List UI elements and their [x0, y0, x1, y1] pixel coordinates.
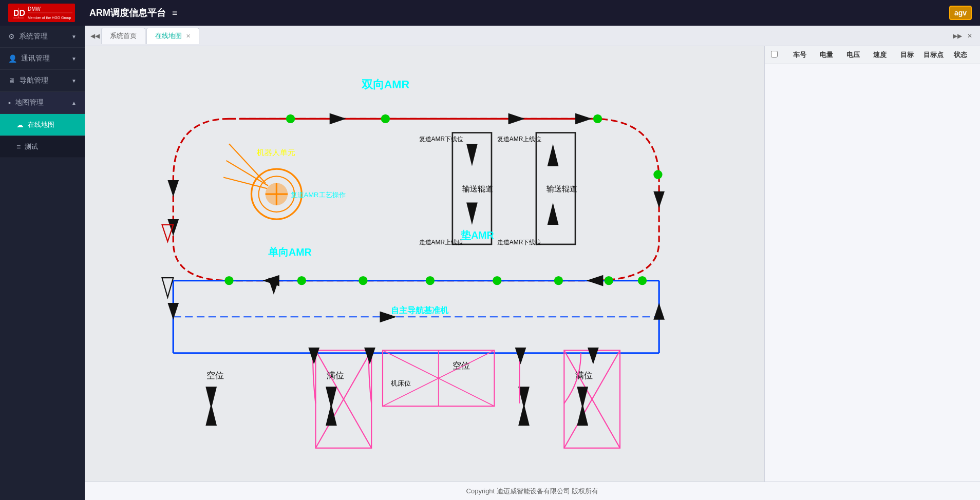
station-label-2: 复道AMR上线位 — [497, 136, 542, 143]
main-layout: ⚙ 系统管理 ▼ 👤 通讯管理 ▼ 🖥 导航管理 ▼ ▪ 地图管理 ▲ ☁ 在线… — [0, 26, 980, 500]
panel-header: 车号 电量 电压 速度 目标 目标点 状态 — [765, 46, 980, 64]
menu-icon[interactable]: ≡ — [172, 8, 178, 18]
navigation-arrow: ▼ — [71, 78, 77, 84]
content-area: ◀◀ 系统首页 在线地图 ✕ ▶▶ ✕ — [85, 26, 980, 500]
col-target: 目标 — [894, 50, 920, 60]
conveyor-left-label: 输送辊道 — [462, 184, 493, 193]
logo-area: DD DMW Member of the HGG Group — [8, 4, 75, 22]
footer-text: Copyright 迪迈威智能设备有限公司 版权所有 — [466, 487, 599, 496]
col-speed: 速度 — [866, 50, 893, 60]
logo-svg: DD DMW Member of the HGG Group — [8, 4, 75, 22]
tab-nav-right[interactable]: ▶▶ — [951, 30, 964, 42]
empty-pos-1: 空位 — [207, 370, 224, 380]
sidebar-label-navigation: 导航管理 — [20, 76, 48, 85]
sidebar: ⚙ 系统管理 ▼ 👤 通讯管理 ▼ 🖥 导航管理 ▼ ▪ 地图管理 ▲ ☁ 在线… — [0, 26, 85, 500]
tab-home-label: 系统首页 — [110, 31, 137, 41]
header: DD DMW Member of the HGG Group ARM调度信息平台… — [0, 0, 980, 26]
tabs-bar: ◀◀ 系统首页 在线地图 ✕ ▶▶ ✕ — [85, 26, 980, 46]
select-all-checkbox[interactable] — [771, 51, 778, 57]
sidebar-label-communication: 通讯管理 — [21, 54, 50, 63]
tab-nav-left[interactable]: ◀◀ — [89, 30, 101, 42]
map-svg: 双向AMR 单向AMR 机器人单元 — [85, 46, 764, 482]
navigation-icon: 🖥 — [8, 76, 15, 85]
sidebar-item-system[interactable]: ⚙ 系统管理 ▼ — [0, 26, 85, 48]
empty-pos-2: 空位 — [453, 360, 470, 371]
blue-dot-4 — [426, 276, 435, 285]
track-dot-2 — [381, 114, 390, 123]
blue-dot-1 — [224, 276, 233, 285]
track-dot-1 — [286, 114, 295, 123]
col-status: 状态 — [947, 50, 974, 60]
tabs-right: ▶▶ ✕ — [951, 30, 976, 42]
panel-data-area — [765, 64, 980, 482]
blue-dot-5 — [493, 276, 501, 285]
autonomous-label: 自主导航基准机 — [391, 305, 449, 315]
blue-dot-6 — [554, 276, 563, 285]
machine-pos-label: 机床位 — [391, 379, 411, 387]
svg-text:Member of the HGG Group: Member of the HGG Group — [28, 16, 71, 20]
sidebar-label-map: 地图管理 — [15, 98, 44, 107]
svg-text:DMW: DMW — [28, 6, 41, 12]
header-title: ARM调度信息平台 — [89, 7, 166, 19]
sidebar-label-system: 系统管理 — [19, 32, 48, 41]
system-arrow: ▼ — [71, 34, 77, 40]
tab-online-map[interactable]: 在线地图 ✕ — [146, 28, 199, 44]
sidebar-item-navigation[interactable]: 🖥 导航管理 ▼ — [0, 70, 85, 92]
sidebar-item-online-map[interactable]: ☁ 在线地图 — [0, 114, 85, 136]
svg-text:DD: DD — [13, 9, 25, 17]
tab-close-icon[interactable]: ✕ — [186, 33, 191, 40]
sidebar-submenu: ☁ 在线地图 ≡ 测试 — [0, 114, 85, 158]
full-pos-1: 满位 — [327, 370, 344, 380]
col-vehicle: 车号 — [786, 50, 813, 60]
conveyor-right-label: 输送辊道 — [546, 184, 577, 193]
track-dot-3 — [593, 114, 602, 123]
right-panel: 车号 电量 电压 速度 目标 目标点 状态 — [764, 46, 980, 482]
header-right: agv — [949, 6, 972, 20]
blue-dot-3 — [359, 276, 367, 285]
sidebar-item-communication[interactable]: 👤 通讯管理 ▼ — [0, 48, 85, 70]
single-amr-label: 单向AMR — [268, 246, 312, 258]
agv-logo: agv — [949, 6, 972, 20]
map-icon: ▪ — [8, 99, 11, 107]
map-canvas[interactable]: 双向AMR 单向AMR 机器人单元 — [85, 46, 764, 482]
sidebar-item-map[interactable]: ▪ 地图管理 ▲ — [0, 92, 85, 114]
header-checkbox-col — [771, 51, 786, 59]
system-icon: ⚙ — [8, 32, 15, 41]
sidebar-label-online-map: 在线地图 — [28, 120, 54, 129]
station-label-3: 走道AMR上线位 — [419, 239, 464, 246]
tab-home[interactable]: 系统首页 — [101, 28, 145, 44]
dual-amr-label: 双向AMR — [361, 78, 410, 91]
tab-close-all[interactable]: ✕ — [964, 30, 976, 42]
track-dot-4 — [653, 170, 662, 179]
sidebar-label-test: 测试 — [25, 142, 38, 151]
footer: Copyright 迪迈威智能设备有限公司 版权所有 — [85, 482, 980, 500]
col-voltage: 电压 — [840, 50, 866, 60]
amr-exchange-label: 复道AMR工艺操作 — [291, 191, 346, 199]
blue-dot-7 — [605, 276, 613, 285]
communication-arrow: ▼ — [71, 56, 77, 62]
col-target-point: 目标点 — [920, 50, 947, 60]
communication-icon: 👤 — [8, 54, 17, 63]
test-icon: ≡ — [16, 143, 21, 151]
blue-dot-2 — [297, 276, 306, 285]
robot-unit-label: 机器人单元 — [257, 148, 295, 157]
map-arrow: ▲ — [71, 100, 77, 106]
col-battery: 电量 — [813, 50, 840, 60]
pad-amr-label: 垫AMR — [460, 229, 494, 241]
sidebar-item-test[interactable]: ≡ 测试 — [0, 136, 85, 158]
map-content: 双向AMR 单向AMR 机器人单元 — [85, 46, 980, 482]
online-map-icon: ☁ — [16, 121, 24, 129]
station-label-1: 复道AMR下线位 — [419, 136, 464, 143]
station-label-4: 走道AMR下线位 — [497, 239, 542, 246]
tab-online-map-label: 在线地图 — [155, 31, 182, 41]
blue-dot-8 — [638, 276, 647, 285]
